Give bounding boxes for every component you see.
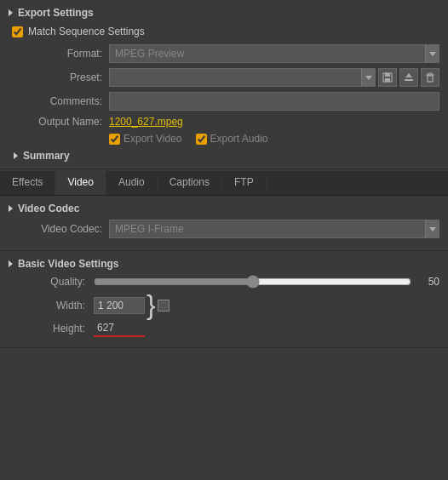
output-name-value[interactable]: 1200_627.mpeg bbox=[109, 116, 183, 128]
quality-slider[interactable] bbox=[94, 275, 411, 289]
summary-label: Summary bbox=[23, 150, 70, 162]
dimension-bracket: } bbox=[146, 294, 154, 317]
export-settings-section: Export Settings Match Sequence Settings … bbox=[0, 0, 448, 169]
video-codec-collapse-icon bbox=[9, 205, 13, 212]
width-label: Width: bbox=[9, 300, 85, 311]
match-sequence-checkbox[interactable] bbox=[12, 26, 23, 37]
video-codec-value: MPEG I-Frame bbox=[110, 223, 425, 235]
match-sequence-label: Match Sequence Settings bbox=[28, 26, 145, 37]
output-name-row: Output Name: 1200_627.mpeg bbox=[9, 116, 439, 128]
video-codec-title: Video Codec bbox=[18, 203, 79, 214]
format-dropdown-arrow bbox=[425, 44, 439, 63]
export-audio-checkbox[interactable] bbox=[196, 134, 207, 145]
video-codec-dropdown-arrow bbox=[425, 220, 439, 238]
export-video-label: Export Video bbox=[123, 133, 182, 145]
svg-rect-1 bbox=[385, 73, 390, 77]
export-settings-header[interactable]: Export Settings bbox=[9, 7, 439, 19]
video-codec-header[interactable]: Video Codec bbox=[9, 203, 439, 214]
format-row: Format: MPEG Preview bbox=[9, 44, 439, 63]
summary-collapse-icon bbox=[14, 152, 18, 159]
quality-label: Quality: bbox=[9, 276, 85, 288]
preset-dropdown[interactable] bbox=[109, 68, 376, 87]
preset-dropdown-arrow bbox=[361, 68, 375, 87]
format-dropdown[interactable]: MPEG Preview bbox=[109, 44, 439, 63]
svg-marker-4 bbox=[405, 73, 412, 77]
comments-label: Comments: bbox=[9, 95, 102, 107]
video-codec-dropdown[interactable]: MPEG I-Frame bbox=[109, 220, 439, 238]
tab-video[interactable]: Video bbox=[55, 171, 106, 195]
export-audio-label: Export Audio bbox=[210, 133, 268, 145]
format-label: Format: bbox=[9, 48, 102, 60]
export-video-option: Export Video bbox=[109, 133, 182, 145]
tab-audio[interactable]: Audio bbox=[106, 171, 158, 195]
width-input[interactable] bbox=[94, 297, 145, 314]
format-value: MPEG Preview bbox=[110, 48, 425, 60]
export-video-checkbox[interactable] bbox=[109, 134, 120, 145]
basic-video-settings-section: Basic Video Settings Quality: 50 Width: … bbox=[0, 251, 448, 348]
preset-delete-button[interactable] bbox=[421, 68, 439, 87]
main-panel: Export Settings Match Sequence Settings … bbox=[0, 0, 448, 348]
basic-video-collapse-icon bbox=[9, 260, 13, 267]
height-label: Height: bbox=[9, 323, 85, 334]
comments-input[interactable] bbox=[109, 92, 439, 111]
tab-ftp[interactable]: FTP bbox=[222, 171, 267, 195]
video-codec-section: Video Codec Video Codec: MPEG I-Frame bbox=[0, 196, 448, 251]
preset-row: Preset: bbox=[9, 68, 439, 87]
export-settings-title: Export Settings bbox=[18, 7, 94, 19]
height-input[interactable] bbox=[94, 320, 145, 337]
collapse-icon bbox=[9, 9, 13, 16]
video-codec-row: Video Codec: MPEG I-Frame bbox=[9, 220, 439, 238]
svg-rect-7 bbox=[428, 73, 432, 75]
export-options-row: Export Video Export Audio bbox=[109, 133, 439, 145]
link-dimensions-checkbox[interactable] bbox=[158, 300, 169, 311]
output-name-label: Output Name: bbox=[9, 116, 102, 128]
tabs-bar: Effects Video Audio Captions FTP bbox=[0, 171, 448, 196]
svg-rect-5 bbox=[428, 76, 433, 82]
match-sequence-row: Match Sequence Settings bbox=[12, 26, 439, 37]
quality-value: 50 bbox=[418, 276, 439, 288]
basic-video-settings-title: Basic Video Settings bbox=[18, 258, 118, 270]
width-row: Width: } bbox=[9, 294, 439, 317]
height-row: Height: bbox=[9, 320, 439, 337]
preset-label: Preset: bbox=[9, 71, 102, 83]
comments-row: Comments: bbox=[9, 92, 439, 111]
tab-effects[interactable]: Effects bbox=[0, 171, 55, 195]
export-audio-option: Export Audio bbox=[196, 133, 268, 145]
svg-rect-2 bbox=[385, 78, 390, 82]
tab-captions[interactable]: Captions bbox=[158, 171, 222, 195]
summary-row[interactable]: Summary bbox=[14, 150, 439, 162]
preset-save-button[interactable] bbox=[378, 68, 397, 87]
svg-rect-3 bbox=[405, 79, 413, 81]
quality-row: Quality: 50 bbox=[9, 275, 439, 289]
basic-video-settings-header[interactable]: Basic Video Settings bbox=[9, 258, 439, 270]
video-codec-label: Video Codec: bbox=[9, 223, 102, 235]
preset-import-button[interactable] bbox=[399, 68, 418, 87]
